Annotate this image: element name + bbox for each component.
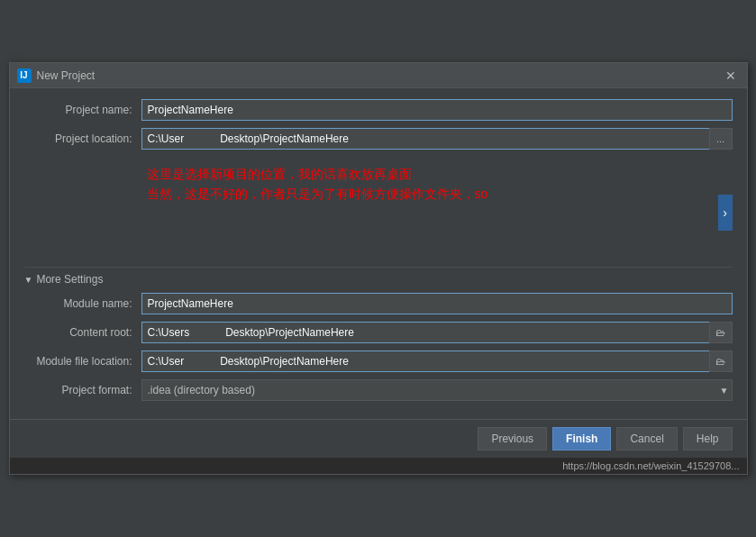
content-root-input[interactable] — [141, 322, 709, 343]
annotation-text: 这里是选择新项目的位置，我的话喜欢放再桌面 当然，这是不好的，作者只是为了有时候… — [147, 164, 727, 205]
module-name-input[interactable] — [141, 293, 733, 314]
dialog-body: Project name: Project location: ... 这里是选… — [10, 88, 747, 419]
expand-icon: ▼ — [24, 275, 33, 285]
content-root-browse-button[interactable]: 🗁 — [709, 322, 733, 343]
project-name-row: Project name: — [24, 99, 733, 121]
project-name-label: Project name: — [24, 104, 141, 116]
content-root-row: Content root: 🗁 — [24, 322, 733, 343]
project-location-browse-button[interactable]: ... — [709, 128, 733, 150]
previous-button[interactable]: Previous — [478, 427, 547, 451]
module-name-row: Module name: — [24, 293, 733, 314]
annotation-line2: 当然，这是不好的，作者只是为了有时候方便操作文件夹，so — [147, 184, 727, 204]
url-bar: https://blog.csdn.net/weixin_41529708... — [10, 458, 747, 474]
url-text: https://blog.csdn.net/weixin_41529708... — [562, 460, 739, 471]
module-name-label: Module name: — [24, 297, 141, 310]
finish-button[interactable]: Finish — [552, 427, 611, 451]
right-panel-indicator[interactable]: › — [718, 195, 733, 231]
module-file-field-group: 🗁 — [141, 350, 733, 372]
close-button[interactable]: ✕ — [722, 67, 740, 85]
title-bar-left: IJ New Project — [17, 68, 96, 83]
new-project-dialog: IJ New Project ✕ Project name: Project l… — [9, 62, 748, 475]
annotation-area: 这里是选择新项目的位置，我的话喜欢放再桌面 当然，这是不好的，作者只是为了有时候… — [141, 159, 733, 210]
project-location-row: Project location: ... — [24, 128, 733, 150]
module-file-location-row: Module file location: 🗁 — [24, 350, 733, 372]
project-format-select-wrapper: .idea (directory based) Eclipse (.classp… — [141, 379, 733, 401]
project-location-field-group: ... — [141, 128, 733, 150]
more-settings-toggle[interactable]: ▼ More Settings — [24, 267, 733, 293]
content-root-label: Content root: — [24, 326, 141, 339]
cancel-button[interactable]: Cancel — [616, 427, 677, 451]
module-file-location-input[interactable] — [141, 350, 709, 372]
project-format-label: Project format: — [24, 384, 141, 396]
project-format-select[interactable]: .idea (directory based) Eclipse (.classp… — [141, 379, 733, 401]
project-format-row: Project format: .idea (directory based) … — [24, 379, 733, 401]
more-settings-label: More Settings — [36, 273, 103, 286]
project-location-label: Project location: — [24, 132, 141, 145]
help-button[interactable]: Help — [683, 427, 733, 451]
title-bar: IJ New Project ✕ — [10, 63, 747, 88]
app-icon: IJ — [17, 68, 32, 83]
content-root-field-group: 🗁 — [141, 322, 733, 343]
project-name-input[interactable] — [141, 99, 733, 121]
project-location-input[interactable] — [141, 128, 709, 150]
annotation-line1: 这里是选择新项目的位置，我的话喜欢放再桌面 — [147, 164, 727, 184]
module-file-location-label: Module file location: — [24, 355, 141, 368]
empty-section: 这里是选择新项目的位置，我的话喜欢放再桌面 当然，这是不好的，作者只是为了有时候… — [24, 159, 733, 267]
module-file-browse-button[interactable]: 🗁 — [709, 350, 733, 372]
dialog-title: New Project — [37, 69, 96, 82]
dialog-footer: Previous Finish Cancel Help — [10, 419, 747, 458]
